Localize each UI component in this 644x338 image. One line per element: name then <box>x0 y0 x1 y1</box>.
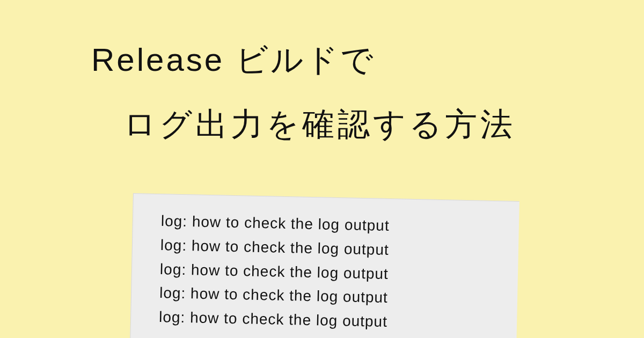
title-block: Release ビルドで ログ出力を確認する方法 <box>91 38 612 147</box>
title-line-1: Release ビルドで <box>91 38 612 83</box>
title-line-2: ログ出力を確認する方法 <box>123 102 612 147</box>
log-sheet: log: how to check the log output log: ho… <box>130 193 519 338</box>
